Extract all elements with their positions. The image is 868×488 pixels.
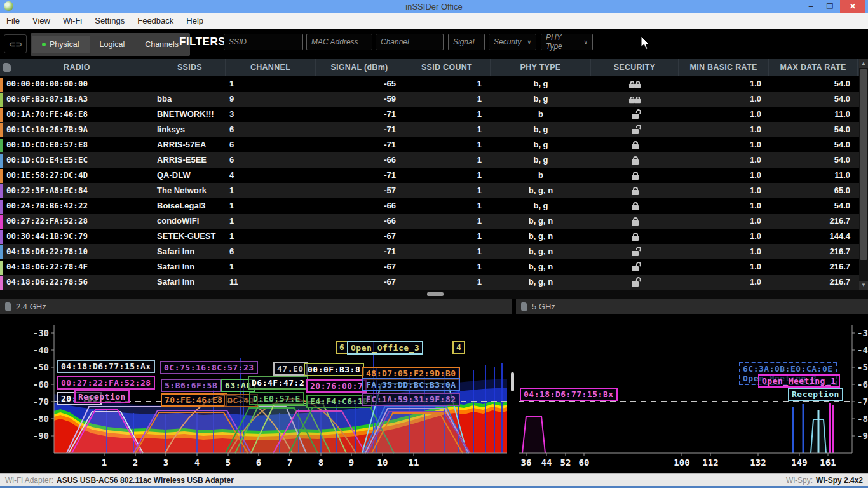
table-row[interactable]: 00:24:7B:B6:42:22BoiseLegal31-661b, g1.0… bbox=[0, 198, 859, 214]
maximize-button[interactable]: ❐ bbox=[821, 0, 839, 13]
security-filter-dropdown[interactable]: Security∨ bbox=[489, 34, 536, 50]
splitter-grip[interactable] bbox=[427, 292, 444, 296]
cell: 54.0 bbox=[769, 198, 858, 214]
network-label[interactable]: 0C:75:16:8C:57:23 bbox=[160, 361, 258, 374]
cell: BoiseLegal3 bbox=[154, 198, 226, 214]
open-lock-icon bbox=[591, 122, 679, 137]
col-ssid-count[interactable]: SSID COUNT bbox=[403, 59, 491, 76]
table-row[interactable]: 00:00:00:00:00:001-651b, g1.054.0 bbox=[0, 76, 859, 92]
cell: -67 bbox=[316, 229, 403, 244]
cell: 1 bbox=[226, 259, 316, 274]
panel-5ghz-header[interactable]: 5 GHz bbox=[516, 299, 868, 314]
table-row[interactable]: 00:1E:58:27:DC:4DQA-DLW4-711b1.011.0 bbox=[0, 168, 859, 183]
locked-lock-icon bbox=[591, 214, 679, 229]
cell: 1 bbox=[403, 259, 491, 274]
col-channel[interactable]: CHANNEL bbox=[226, 59, 316, 76]
network-label[interactable]: 47.E0 bbox=[273, 362, 308, 376]
table-row[interactable]: 04:18:D6:22:78:56Safari Inn11-671b, g, n… bbox=[0, 274, 859, 290]
cell: -71 bbox=[316, 244, 403, 259]
table-row[interactable]: 00:27:22:FA:52:28condoWiFi1-661b, g, n1.… bbox=[0, 214, 859, 229]
network-label[interactable]: 20:76:00:7 bbox=[306, 379, 367, 393]
cell: 1 bbox=[226, 214, 316, 229]
cell: bba bbox=[154, 92, 226, 107]
table-row[interactable]: 04:18:D6:22:78:4FSafari Inn1-671b, g, n1… bbox=[0, 259, 859, 274]
col-phy-type[interactable]: PHY TYPE bbox=[491, 59, 591, 76]
panel-24ghz-header[interactable]: 2.4 GHz bbox=[0, 299, 512, 314]
menu-view[interactable]: View bbox=[26, 16, 57, 25]
svg-text:-80: -80 bbox=[33, 414, 49, 424]
table-row[interactable]: 00:1C:10:26:7B:9Alinksys6-711b, g1.054.0 bbox=[0, 122, 859, 137]
menu-settings[interactable]: Settings bbox=[88, 16, 131, 25]
col-signal[interactable]: SIGNAL (dBm) bbox=[316, 59, 403, 76]
cell: 1 bbox=[226, 229, 316, 244]
network-label[interactable]: D6:4F:47:2 bbox=[248, 376, 308, 390]
network-label[interactable]: Open_Office_3 bbox=[347, 341, 423, 355]
close-button[interactable]: ✕ bbox=[840, 0, 865, 13]
col-ssids[interactable]: SSIDS bbox=[154, 59, 226, 76]
network-label[interactable]: Open_Meeting_1 bbox=[758, 374, 840, 388]
mac-filter-input[interactable] bbox=[306, 34, 372, 50]
network-label[interactable]: 00:0F:B3:8 bbox=[304, 363, 364, 376]
phy-filter-dropdown[interactable]: PHY Type∨ bbox=[541, 34, 593, 50]
svg-text:-60: -60 bbox=[857, 379, 868, 390]
cell: 04:18:D6:22:78:10 bbox=[4, 244, 154, 259]
adapter-label: Wi-Fi Adapter: bbox=[5, 476, 53, 485]
panel-splitter-grip[interactable] bbox=[511, 372, 514, 391]
table-chart-splitter[interactable] bbox=[0, 290, 868, 299]
cell: 54.0 bbox=[769, 92, 858, 107]
minimize-button[interactable]: – bbox=[802, 0, 820, 13]
tab-logical[interactable]: Logical bbox=[90, 36, 135, 53]
ssid-filter-input[interactable] bbox=[224, 34, 303, 50]
status-bar: Wi-Fi Adapter: ASUS USB-AC56 802.11ac Wi… bbox=[0, 473, 868, 486]
scroll-down-icon[interactable]: ▼ bbox=[859, 281, 868, 290]
table-row[interactable]: 04:18:D6:22:78:10Safari Inn6-711b, g, n1… bbox=[0, 244, 859, 259]
cell: ARRIS-E5EE bbox=[154, 152, 226, 168]
network-label[interactable]: 70:FE:46:E8 bbox=[161, 393, 227, 407]
table-scrollbar[interactable]: ▲ ▼ bbox=[859, 59, 868, 290]
menu-wifi[interactable]: Wi-Fi bbox=[57, 16, 88, 25]
svg-text:5: 5 bbox=[226, 458, 231, 468]
table-row[interactable]: 00:0F:B3:87:1B:A3bba9-591b, g1.054.0 bbox=[0, 92, 859, 107]
cell: 216.7 bbox=[769, 214, 858, 229]
open-lock-icon bbox=[591, 274, 679, 290]
svg-text:-70: -70 bbox=[33, 396, 49, 407]
network-label[interactable]: EC:1A:59:31:9F:82 bbox=[362, 393, 460, 406]
channel-filter-input[interactable] bbox=[376, 34, 444, 50]
menu-help[interactable]: Help bbox=[180, 16, 210, 25]
wispy-value: Wi-Spy 2.4x2 bbox=[816, 476, 863, 485]
menu-file[interactable]: File bbox=[0, 16, 26, 25]
cell: 04:18:D6:22:78:56 bbox=[4, 274, 154, 290]
col-security[interactable]: SECURITY bbox=[591, 59, 679, 76]
cell: -71 bbox=[316, 107, 403, 122]
cell: 1.0 bbox=[679, 122, 769, 137]
open-lock-icon bbox=[591, 107, 679, 122]
row-color-strip bbox=[0, 169, 3, 183]
table-row[interactable]: 00:30:44:1B:9C:79SETEK-GUEST1-671b, g, n… bbox=[0, 229, 859, 244]
table-row[interactable]: 00:1D:CD:E4:E5:ECARRIS-E5EE6-661b, g1.05… bbox=[0, 152, 859, 168]
table-row[interactable]: 00:22:3F:A8:EC:84The Network1-571b, g, n… bbox=[0, 183, 859, 198]
network-label[interactable]: 4 bbox=[452, 341, 465, 354]
table-row[interactable]: 00:1D:CD:E0:57:E8ARRIS-57EA6-711b, g1.05… bbox=[0, 137, 859, 152]
network-label[interactable]: 5:B6:6F:5B bbox=[161, 379, 221, 392]
table-row[interactable]: 00:1A:70:FE:46:E8BNETWORK!!!3-711b1.011.… bbox=[0, 107, 859, 122]
link-icon[interactable]: ⊂⊃ bbox=[4, 34, 27, 53]
signal-filter-input[interactable] bbox=[448, 34, 485, 50]
col-max-data-rate[interactable]: MAX DATA RATE bbox=[769, 59, 858, 76]
col-min-basic-rate[interactable]: MIN BASIC RATE bbox=[679, 59, 769, 76]
tab-physical[interactable]: Physical bbox=[32, 36, 90, 53]
scrollbar-thumb[interactable] bbox=[860, 69, 867, 260]
scroll-up-icon[interactable]: ▲ bbox=[859, 59, 868, 68]
network-label[interactable]: FA:35:DD:BC:B3:0A bbox=[362, 378, 460, 391]
row-color-strip bbox=[0, 78, 3, 92]
cell: 00:24:7B:B6:42:22 bbox=[4, 198, 154, 214]
cell: -59 bbox=[316, 92, 403, 107]
menu-feedback[interactable]: Feedback bbox=[131, 16, 180, 25]
network-label[interactable]: 04:18:D6:77:15:Bx bbox=[520, 388, 618, 401]
cell: 1 bbox=[403, 198, 491, 214]
network-label[interactable]: 04:18:D6:77:15:Ax bbox=[57, 360, 155, 373]
network-label[interactable]: Reception bbox=[788, 388, 843, 401]
network-label[interactable]: D:E0:57:E bbox=[249, 392, 304, 405]
col-radio[interactable]: RADIO bbox=[0, 59, 154, 76]
network-label[interactable]: Reception bbox=[74, 390, 130, 403]
network-label[interactable]: 00:27:22:FA:52:28 bbox=[57, 376, 155, 390]
